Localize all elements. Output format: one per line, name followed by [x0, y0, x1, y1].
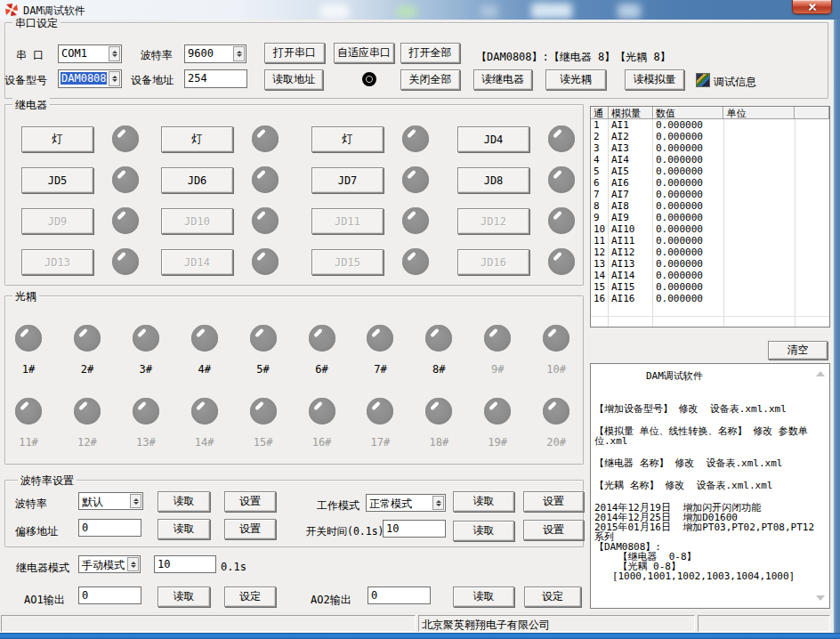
analog-row-3[interactable]: 3AI30.000000: [591, 142, 829, 154]
analog-row-4[interactable]: 4AI40.000000: [591, 154, 829, 166]
relay-mode-label: 继电器模式: [16, 561, 69, 576]
dropdown-spinner-icon[interactable]: [233, 46, 245, 61]
close-button[interactable]: [792, 0, 832, 14]
ao2-set-button[interactable]: 设定: [524, 586, 581, 607]
read-address-button[interactable]: 读取地址: [264, 69, 323, 90]
dropdown-spinner-icon[interactable]: [109, 46, 120, 61]
column-header-数值[interactable]: 数值: [653, 107, 724, 119]
relay-button-9: JD9: [21, 208, 93, 234]
analog-row-2[interactable]: 2AI20.000000: [591, 131, 829, 142]
ao1-input[interactable]: 0: [78, 586, 141, 604]
work-mode-combo[interactable]: 正常模式: [366, 494, 446, 512]
column-header-extra[interactable]: [795, 107, 829, 119]
analog-row-10[interactable]: 10AI100.000000: [591, 223, 829, 235]
relay-mode-combo[interactable]: 手动模式: [78, 555, 141, 573]
adaptive-serial-button[interactable]: 自适应串口: [334, 43, 394, 63]
device-model-combo[interactable]: DAM0808: [58, 69, 122, 88]
opto-label-20: 20#: [538, 436, 574, 449]
opto-label-4: 4#: [187, 363, 222, 376]
ao1-set-button[interactable]: 设定: [224, 586, 276, 607]
relay-button-1[interactable]: 灯: [21, 126, 93, 152]
read-opto-button[interactable]: 读光耦: [545, 69, 606, 90]
analog-row-15[interactable]: 15AI150.000000: [591, 281, 829, 293]
relay-group-label: 继电器: [12, 98, 50, 113]
relay-button-3[interactable]: 灯: [311, 126, 384, 152]
opto-indicator-16: [309, 398, 335, 425]
opto-indicator-12: [74, 398, 101, 425]
analog-row-13[interactable]: 13AI130.000000: [591, 258, 829, 270]
relay-button-2[interactable]: 灯: [161, 126, 233, 152]
column-header-通[interactable]: 通: [591, 107, 609, 119]
app-icon: [4, 3, 19, 17]
ao1-read-button[interactable]: 读取: [158, 586, 210, 607]
scroll-down-icon[interactable]: [816, 595, 825, 601]
relay-indicator-4: [548, 125, 575, 152]
relay-indicator-8: [548, 166, 575, 193]
offset-set-button[interactable]: 设置: [224, 519, 276, 539]
work-mode-read-button[interactable]: 读取: [453, 491, 514, 512]
open-serial-button[interactable]: 打开串口: [264, 43, 325, 63]
close-all-button[interactable]: 关闭全部: [400, 69, 460, 90]
window-border-right: [833, 20, 840, 633]
relay-mode-time-input[interactable]: 10: [154, 555, 216, 573]
analog-row-9[interactable]: 9AI90.000000: [591, 212, 829, 223]
relay-button-5[interactable]: JD5: [21, 167, 93, 193]
titlebar-glass-blob: [618, 4, 641, 19]
ao2-input[interactable]: 0: [368, 586, 431, 604]
analog-table: 通模拟量数值单位 1AI10.0000002AI20.0000003AI30.0…: [590, 106, 830, 328]
baud-set-button[interactable]: 设置: [224, 491, 276, 512]
relay-button-4[interactable]: JD4: [457, 126, 529, 152]
work-mode-set-button[interactable]: 设置: [523, 491, 584, 512]
baud-label: 波特率: [141, 48, 173, 63]
baud-read-button[interactable]: 读取: [158, 491, 210, 512]
analog-row-8[interactable]: 8AI80.000000: [591, 200, 829, 212]
baud-setting-combo[interactable]: 默认: [78, 492, 143, 510]
relay-button-7[interactable]: JD7: [311, 167, 384, 193]
switch-time-read-button[interactable]: 读取: [453, 521, 514, 541]
titlebar-glass-blob: [481, 5, 498, 18]
analog-row-1[interactable]: 1AI10.000000: [591, 119, 829, 131]
analog-row-11[interactable]: 11AI110.000000: [591, 235, 829, 247]
switch-time-input[interactable]: 10: [383, 520, 446, 538]
dropdown-spinner-icon[interactable]: [127, 557, 139, 571]
opto-label-17: 17#: [362, 436, 398, 449]
column-header-单位[interactable]: 单位: [723, 107, 795, 119]
device-address-label: 设备地址: [131, 73, 174, 88]
read-relay-button[interactable]: 读继电器: [473, 69, 532, 90]
opto-indicator-3: [133, 325, 159, 352]
baud-combo[interactable]: 9600: [184, 44, 246, 63]
analog-row-12[interactable]: 12AI120.000000: [591, 247, 829, 258]
dropdown-spinner-icon[interactable]: [109, 71, 120, 86]
ao2-read-button[interactable]: 读取: [453, 586, 514, 607]
opto-indicator-15: [250, 398, 277, 425]
relay-button-14: JD14: [161, 249, 233, 275]
offset-read-button[interactable]: 读取: [158, 519, 210, 539]
serial-port-combo[interactable]: COM1: [58, 44, 122, 63]
info-panel[interactable]: DAM调试软件【增加设备型号】 修改 设备表.xml.xml【模拟量 单位、线性…: [590, 363, 830, 609]
analog-row-7[interactable]: 7AI70.000000: [591, 189, 829, 200]
device-address-input[interactable]: 254: [184, 69, 247, 88]
scroll-up-icon[interactable]: [816, 371, 825, 376]
analog-row-6[interactable]: 6AI60.000000: [591, 177, 829, 189]
switch-time-set-button[interactable]: 设置: [523, 520, 584, 540]
relay-indicator-5: [112, 166, 139, 193]
relay-mode-unit-label: 0.1s: [221, 561, 246, 573]
analog-row-14[interactable]: 14AI140.000000: [591, 270, 829, 281]
dropdown-spinner-icon[interactable]: [432, 496, 444, 510]
column-header-模拟量[interactable]: 模拟量: [609, 107, 653, 119]
relay-button-8[interactable]: JD8: [457, 167, 529, 193]
opto-indicator-9: [484, 325, 511, 352]
relay-button-6[interactable]: JD6: [161, 167, 233, 193]
read-analog-button[interactable]: 读模拟量: [625, 69, 684, 90]
offset-address-input[interactable]: 0: [78, 519, 141, 537]
open-all-button[interactable]: 打开全部: [400, 43, 460, 63]
switch-time-label: 开关时间(0.1s): [306, 525, 384, 538]
opto-label-12: 12#: [69, 436, 105, 449]
clear-button[interactable]: 清空: [768, 341, 828, 360]
analog-row-5[interactable]: 5AI50.000000: [591, 166, 829, 177]
relay-indicator-1: [112, 125, 139, 152]
analog-row-16[interactable]: 16AI160.000000: [591, 293, 829, 304]
opto-label-19: 19#: [480, 436, 515, 449]
dropdown-spinner-icon[interactable]: [130, 494, 141, 508]
status-bar: 北京聚英翱翔电子有限公司: [0, 612, 833, 633]
